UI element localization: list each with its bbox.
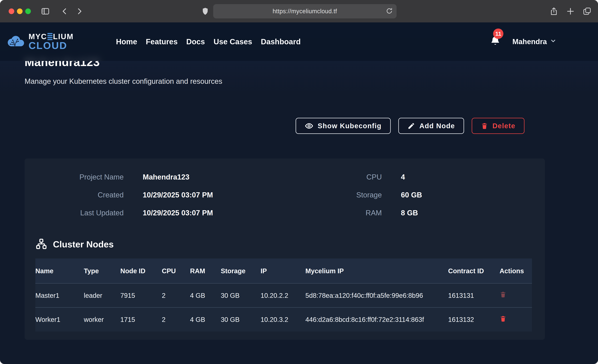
bell-icon (490, 44, 500, 47)
traffic-lights (9, 8, 31, 14)
privacy-shield-icon[interactable] (201, 7, 209, 16)
eye-icon (305, 122, 313, 130)
nav-link-features[interactable]: Features (146, 37, 178, 46)
share-icon[interactable] (549, 7, 558, 16)
cluster-card: Project Name Mahendra123 Created 10/29/2… (25, 158, 545, 340)
cell-ip: 10.20.2.2 (261, 283, 305, 307)
brand-logo[interactable]: MYC LIUM CLOUD (6, 33, 74, 51)
cluster-actions: Show Kubeconfig Add Node Delete (25, 118, 545, 134)
cell-contract-id: 1613131 (448, 283, 499, 307)
brand-line1-pre: MYC (29, 33, 47, 40)
cell-contract-id: 1613132 (448, 307, 499, 331)
info-label: RAM (285, 208, 382, 217)
delete-node-button[interactable] (499, 291, 507, 298)
trash-icon (481, 122, 488, 130)
cell-storage: 30 GB (221, 307, 261, 331)
info-label: Created (35, 191, 124, 199)
page-body: Mahendra123 Manage your Kubernetes clust… (0, 22, 598, 364)
brand-line1-post: LIUM (53, 33, 74, 40)
notifications-button[interactable]: 11 (490, 36, 500, 48)
network-icon (35, 238, 47, 250)
col-header-ram: RAM (190, 258, 221, 283)
col-header-name: Name (35, 258, 84, 283)
col-header-ip: IP (261, 258, 305, 283)
notification-badge: 11 (493, 29, 503, 39)
mycelium-cloud-logo-icon (6, 35, 25, 49)
zoom-window-button[interactable] (25, 8, 31, 14)
cluster-nodes-title: Cluster Nodes (53, 239, 114, 249)
cluster-info: Project Name Mahendra123 Created 10/29/2… (35, 173, 534, 217)
trash-icon (499, 315, 507, 323)
brand-wordmark: MYC LIUM CLOUD (29, 33, 74, 51)
pencil-icon (407, 122, 415, 130)
cell-type: leader (84, 283, 120, 307)
brand-e-glyph (48, 33, 52, 40)
nodes-table: Name Type Node ID CPU RAM Storage IP Myc… (35, 258, 532, 331)
col-header-type: Type (84, 258, 120, 283)
trash-icon (499, 291, 507, 298)
cell-ip: 10.20.3.2 (261, 307, 305, 331)
table-header-row: Name Type Node ID CPU RAM Storage IP Myc… (35, 258, 532, 283)
storage-value: 60 GB (401, 191, 534, 199)
browser-window: https://myceliumcloud.tf Mahendra123 Man… (0, 0, 598, 364)
project-name-value: Mahendra123 (143, 173, 285, 181)
last-updated-value: 10/29/2025 03:07 PM (143, 208, 285, 217)
user-name: Mahendra (512, 38, 547, 46)
cell-mycelium-ip: 446:d2a6:8bcd:8c16:ff0f:72e2:3114:863f (305, 307, 448, 331)
col-header-storage: Storage (221, 258, 261, 283)
created-value: 10/29/2025 03:07 PM (143, 191, 285, 199)
info-label: CPU (285, 173, 382, 181)
cell-name: Worker1 (35, 307, 84, 331)
tab-overview-icon[interactable] (582, 7, 592, 16)
add-node-label: Add Node (419, 122, 455, 130)
minimize-window-button[interactable] (17, 8, 23, 14)
cell-node-id: 7915 (120, 283, 162, 307)
chevron-down-icon (550, 38, 556, 46)
back-icon[interactable] (60, 7, 69, 16)
sidebar-toggle-icon[interactable] (41, 7, 50, 16)
cell-cpu: 2 (162, 283, 190, 307)
cell-type: worker (84, 307, 120, 331)
col-header-cpu: CPU (162, 258, 190, 283)
delete-node-button[interactable] (499, 315, 507, 323)
cpu-value: 4 (401, 173, 534, 181)
nav-links: Home Features Docs Use Cases Dashboard (116, 37, 301, 46)
url-text: https://myceliumcloud.tf (273, 8, 337, 15)
cell-ram: 4 GB (190, 307, 221, 331)
nav-link-dashboard[interactable]: Dashboard (261, 37, 300, 46)
user-menu[interactable]: Mahendra (512, 38, 556, 46)
col-header-contract-id: Contract ID (448, 258, 499, 283)
table-row: Master1 leader 7915 2 4 GB 30 GB 10.20.2… (35, 283, 532, 307)
show-kubeconfig-label: Show Kubeconfig (318, 122, 382, 130)
col-header-node-id: Node ID (120, 258, 162, 283)
nav-link-use-cases[interactable]: Use Cases (214, 37, 252, 46)
delete-cluster-button[interactable]: Delete (472, 118, 524, 134)
info-label: Storage (285, 191, 382, 199)
col-header-actions: Actions (499, 258, 532, 283)
new-tab-icon[interactable] (566, 7, 575, 16)
table-row: Worker1 worker 1715 2 4 GB 30 GB 10.20.3… (35, 307, 532, 331)
reload-icon[interactable] (386, 7, 393, 15)
address-bar[interactable]: https://myceliumcloud.tf (213, 4, 397, 18)
browser-chrome: https://myceliumcloud.tf (0, 0, 598, 22)
cell-node-id: 1715 (120, 307, 162, 331)
nodes-table-container: Name Type Node ID CPU RAM Storage IP Myc… (35, 258, 534, 331)
col-header-mycelium-ip: Mycelium IP (305, 258, 448, 283)
cell-cpu: 2 (162, 307, 190, 331)
nav-link-docs[interactable]: Docs (186, 37, 205, 46)
delete-label: Delete (492, 122, 515, 130)
cell-ram: 4 GB (190, 283, 221, 307)
cluster-nodes-heading: Cluster Nodes (35, 238, 534, 250)
info-label: Project Name (35, 173, 124, 181)
site-navbar: MYC LIUM CLOUD Home Features Docs Use Ca… (0, 22, 598, 61)
page-subtitle: Manage your Kubernetes cluster configura… (25, 77, 545, 85)
close-window-button[interactable] (9, 8, 14, 14)
ram-value: 8 GB (401, 208, 534, 217)
info-label: Last Updated (35, 208, 124, 217)
add-node-button[interactable]: Add Node (398, 118, 464, 134)
show-kubeconfig-button[interactable]: Show Kubeconfig (296, 118, 391, 134)
forward-icon[interactable] (75, 7, 84, 16)
main-content: Mahendra123 Manage your Kubernetes clust… (0, 22, 598, 340)
cell-mycelium-ip: 5d8:78ea:a120:f40c:ff0f:a5fe:99e6:8b96 (305, 283, 448, 307)
nav-link-home[interactable]: Home (116, 37, 137, 46)
